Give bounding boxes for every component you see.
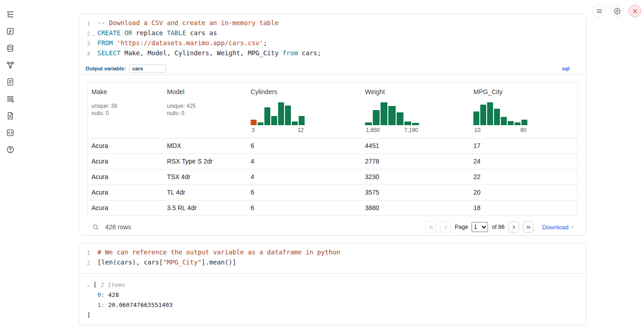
column-header[interactable]: MPG_City1060 <box>470 83 577 138</box>
last-page-button[interactable] <box>523 222 534 233</box>
code-line: 1-- Download a CSV and create an in-memo… <box>79 19 586 29</box>
histogram-bar <box>285 106 291 125</box>
table-row[interactable]: AcuraTL 4dr6357520 <box>88 185 577 201</box>
column-histogram: 1060 <box>473 102 527 133</box>
column-header[interactable]: Cylinders312 <box>247 83 361 138</box>
tree-entry-value: 428 <box>105 290 119 300</box>
data-table: Makeunique: 38nulls: 0Modelunique: 425nu… <box>87 82 578 216</box>
table-row[interactable]: AcuraTSX 4dr4323022 <box>88 169 577 185</box>
snippets-icon[interactable] <box>5 127 16 137</box>
histogram-bar <box>258 122 263 125</box>
search-icon[interactable] <box>92 223 99 231</box>
table-cell: 6 <box>247 201 361 216</box>
tree-open-bracket: [ <box>93 280 97 290</box>
table-body: AcuraMDX6445117AcuraRSX Type S 2dr427782… <box>88 138 577 216</box>
histogram-bar <box>388 106 395 125</box>
histogram-bar <box>501 117 507 125</box>
table-cell: 4451 <box>361 138 470 154</box>
python-cell: 1# We can reference the output variable … <box>79 243 586 325</box>
tree-items-count: 2 Items <box>101 280 126 290</box>
table-cell: 4 <box>247 169 361 185</box>
table-cell: Acura <box>88 201 163 216</box>
hamburger-menu-icon[interactable] <box>593 5 606 17</box>
download-label: Download <box>542 224 569 231</box>
top-right-controls <box>593 5 641 17</box>
code-line: 1# We can reference the output variable … <box>79 248 586 258</box>
line-number: 2 <box>79 258 90 268</box>
page-select[interactable]: 1 <box>472 222 488 232</box>
histogram-bar <box>278 102 284 125</box>
gear-icon[interactable] <box>611 5 623 17</box>
tree-entry-value: 20.060747663551403 <box>105 300 173 310</box>
histogram-bar <box>515 122 521 125</box>
fold-gutter <box>90 19 97 29</box>
python-code-editor[interactable]: 1# We can reference the output variable … <box>79 243 586 274</box>
histogram-bar <box>521 120 527 125</box>
pagination: Page 1 of 86 <box>425 222 534 233</box>
code-line: 2⌄CREATE OR replace TABLE cars as <box>79 29 586 39</box>
histogram-bar <box>397 112 403 125</box>
column-stats: unique: 425nulls: 0 <box>167 102 245 117</box>
line-number: 4 <box>79 49 90 59</box>
line-number: 3 <box>79 39 90 49</box>
table-cell: Acura <box>88 185 163 201</box>
table-cell: 17 <box>470 138 577 154</box>
scratchpad-icon[interactable] <box>5 77 16 87</box>
logs-icon[interactable] <box>5 94 16 104</box>
fold-gutter <box>90 248 97 258</box>
tree-entry-key: 0: <box>97 290 105 300</box>
column-header[interactable]: Weight1,8507,190 <box>361 83 470 138</box>
table-cell: 3575 <box>361 185 470 201</box>
table-cell: MDX <box>163 138 247 154</box>
table-cell: 24 <box>470 154 577 169</box>
table-row[interactable]: Acura3.5 RL 4dr6388018 <box>88 201 577 216</box>
table-row[interactable]: AcuraMDX6445117 <box>88 138 577 154</box>
prev-page-button[interactable] <box>440 222 451 233</box>
histogram-bar <box>381 102 387 125</box>
row-count: 428 rows <box>105 223 131 231</box>
sql-code-editor[interactable]: 1-- Download a CSV and create an in-memo… <box>79 14 586 63</box>
line-number: 2 <box>79 29 90 39</box>
code-line: 2[len(cars), cars["MPG_City"].mean()] <box>79 258 586 268</box>
left-sidebar <box>0 0 20 154</box>
page-label: Page <box>455 224 468 230</box>
code-line: 3FROM 'https://datasets.marimo.app/cars.… <box>79 39 586 49</box>
table-cell: 3880 <box>361 201 470 216</box>
variables-icon[interactable] <box>5 26 16 36</box>
fold-chevron-icon[interactable]: ⌄ <box>90 29 97 39</box>
table-cell: 18 <box>470 201 577 216</box>
tree-entry: 1: 20.060747663551403 <box>79 300 586 310</box>
histogram-bar <box>494 109 500 125</box>
table-footer: 428 rows Page 1 of 86 Download <box>79 216 586 233</box>
column-histogram: 1,8507,190 <box>365 102 419 133</box>
histogram-bar <box>299 116 305 125</box>
close-icon[interactable] <box>628 5 641 17</box>
language-badge: sql <box>562 66 569 71</box>
tree-root[interactable]: ⌄[ 2 Items <box>79 280 586 290</box>
tree-collapse-icon[interactable]: ⌄ <box>87 280 93 290</box>
file-explorer-icon[interactable] <box>5 9 16 19</box>
output-variable-input[interactable] <box>129 64 166 73</box>
table-row[interactable]: AcuraRSX Type S 2dr4277824 <box>88 154 577 169</box>
table-cell: Acura <box>88 154 163 169</box>
first-page-button[interactable] <box>425 222 436 233</box>
download-button[interactable]: Download <box>542 224 575 231</box>
histogram-bar <box>373 110 380 125</box>
table-cell: 3230 <box>361 169 470 185</box>
line-number: 1 <box>79 19 90 29</box>
dependency-graph-icon[interactable] <box>5 60 16 70</box>
table-cell: TSX 4dr <box>163 169 247 185</box>
table-cell: Acura <box>88 138 163 154</box>
datasources-icon[interactable] <box>5 43 16 53</box>
column-header[interactable]: Makeunique: 38nulls: 0 <box>88 83 163 138</box>
documentation-icon[interactable] <box>5 111 16 121</box>
page-total-label: of 86 <box>492 224 504 230</box>
help-icon[interactable] <box>5 144 16 154</box>
fold-gutter <box>90 49 97 59</box>
next-page-button[interactable] <box>508 222 519 233</box>
column-header[interactable]: Modelunique: 425nulls: 0 <box>163 83 247 138</box>
code-line: 4SELECT Make, Model, Cylinders, Weight, … <box>79 49 586 59</box>
table-cell: RSX Type S 2dr <box>163 154 247 169</box>
histogram-bar <box>404 122 411 125</box>
table-cell: 2778 <box>361 154 470 169</box>
